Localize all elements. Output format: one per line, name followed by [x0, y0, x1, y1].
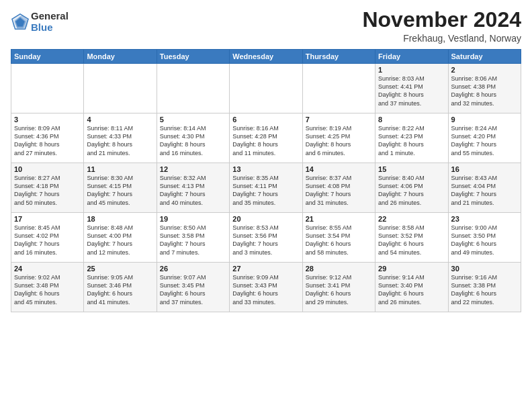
logo-general-text: General — [31, 11, 69, 22]
logo-text: General Blue — [31, 11, 69, 33]
day-number: 30 — [451, 265, 518, 273]
calendar-cell: 3Sunrise: 8:09 AM Sunset: 4:36 PM Daylig… — [11, 113, 84, 163]
calendar-cell: 12Sunrise: 8:32 AM Sunset: 4:13 PM Dayli… — [157, 163, 229, 213]
day-number: 21 — [306, 215, 372, 223]
day-info: Sunrise: 8:48 AM Sunset: 4:00 PM Dayligh… — [87, 224, 153, 257]
calendar-week-4: 17Sunrise: 8:45 AM Sunset: 4:02 PM Dayli… — [11, 213, 521, 263]
day-info: Sunrise: 9:09 AM Sunset: 3:43 PM Dayligh… — [232, 273, 299, 306]
col-thursday: Thursday — [302, 50, 375, 64]
calendar-cell: 14Sunrise: 8:37 AM Sunset: 4:08 PM Dayli… — [302, 163, 375, 213]
day-info: Sunrise: 9:12 AM Sunset: 3:41 PM Dayligh… — [306, 273, 372, 306]
day-info: Sunrise: 9:00 AM Sunset: 3:50 PM Dayligh… — [451, 224, 518, 257]
day-info: Sunrise: 8:35 AM Sunset: 4:11 PM Dayligh… — [232, 174, 299, 207]
calendar-week-5: 24Sunrise: 9:02 AM Sunset: 3:48 PM Dayli… — [11, 263, 521, 312]
calendar-table: Sunday Monday Tuesday Wednesday Thursday… — [11, 49, 521, 312]
calendar-cell: 15Sunrise: 8:40 AM Sunset: 4:06 PM Dayli… — [375, 163, 448, 213]
day-info: Sunrise: 8:50 AM Sunset: 3:58 PM Dayligh… — [160, 224, 226, 257]
col-friday: Friday — [375, 50, 448, 64]
calendar-cell: 20Sunrise: 8:53 AM Sunset: 3:56 PM Dayli… — [230, 213, 302, 263]
calendar-cell — [302, 64, 375, 113]
day-info: Sunrise: 8:22 AM Sunset: 4:23 PM Dayligh… — [378, 124, 445, 157]
col-saturday: Saturday — [448, 50, 521, 64]
calendar-cell: 28Sunrise: 9:12 AM Sunset: 3:41 PM Dayli… — [302, 263, 375, 312]
day-number: 19 — [160, 215, 226, 223]
day-info: Sunrise: 9:02 AM Sunset: 3:48 PM Dayligh… — [14, 273, 81, 306]
day-number: 1 — [378, 66, 445, 74]
day-number: 14 — [306, 165, 372, 173]
day-number: 18 — [87, 215, 153, 223]
day-number: 7 — [306, 116, 372, 124]
calendar-cell: 30Sunrise: 9:16 AM Sunset: 3:38 PM Dayli… — [448, 263, 521, 312]
day-number: 2 — [451, 66, 518, 74]
calendar-cell: 16Sunrise: 8:43 AM Sunset: 4:04 PM Dayli… — [448, 163, 521, 213]
day-info: Sunrise: 8:24 AM Sunset: 4:20 PM Dayligh… — [451, 124, 518, 157]
calendar-cell: 10Sunrise: 8:27 AM Sunset: 4:18 PM Dayli… — [11, 163, 84, 213]
day-number: 13 — [232, 165, 299, 173]
day-info: Sunrise: 8:03 AM Sunset: 4:41 PM Dayligh… — [378, 75, 445, 107]
day-info: Sunrise: 8:19 AM Sunset: 4:25 PM Dayligh… — [306, 124, 372, 157]
calendar-cell: 8Sunrise: 8:22 AM Sunset: 4:23 PM Daylig… — [375, 113, 448, 163]
day-number: 28 — [306, 265, 372, 273]
day-info: Sunrise: 9:16 AM Sunset: 3:38 PM Dayligh… — [451, 273, 518, 306]
day-number: 29 — [378, 265, 445, 273]
calendar-page: General Blue November 2024 Frekhaug, Ves… — [0, 0, 532, 411]
calendar-cell — [230, 64, 302, 113]
calendar-cell: 22Sunrise: 8:58 AM Sunset: 3:52 PM Dayli… — [375, 213, 448, 263]
day-info: Sunrise: 8:14 AM Sunset: 4:30 PM Dayligh… — [160, 124, 226, 157]
day-number: 23 — [451, 215, 518, 223]
day-info: Sunrise: 8:30 AM Sunset: 4:15 PM Dayligh… — [87, 174, 153, 207]
day-info: Sunrise: 8:32 AM Sunset: 4:13 PM Dayligh… — [160, 174, 226, 207]
day-info: Sunrise: 8:43 AM Sunset: 4:04 PM Dayligh… — [451, 174, 518, 207]
logo-icon — [11, 13, 30, 32]
calendar-cell — [11, 64, 84, 113]
calendar-cell: 6Sunrise: 8:16 AM Sunset: 4:28 PM Daylig… — [230, 113, 302, 163]
calendar-body: 1Sunrise: 8:03 AM Sunset: 4:41 PM Daylig… — [11, 64, 521, 312]
calendar-cell: 25Sunrise: 9:05 AM Sunset: 3:46 PM Dayli… — [84, 263, 157, 312]
day-info: Sunrise: 8:06 AM Sunset: 4:38 PM Dayligh… — [451, 75, 518, 107]
day-number: 10 — [14, 165, 81, 173]
day-info: Sunrise: 8:53 AM Sunset: 3:56 PM Dayligh… — [232, 224, 299, 257]
col-wednesday: Wednesday — [230, 50, 302, 64]
day-info: Sunrise: 8:45 AM Sunset: 4:02 PM Dayligh… — [14, 224, 81, 257]
calendar-cell — [157, 64, 229, 113]
day-info: Sunrise: 8:09 AM Sunset: 4:36 PM Dayligh… — [14, 124, 81, 157]
day-number: 24 — [14, 265, 81, 273]
day-number: 5 — [160, 116, 226, 124]
calendar-cell: 4Sunrise: 8:11 AM Sunset: 4:33 PM Daylig… — [84, 113, 157, 163]
day-number: 16 — [451, 165, 518, 173]
day-info: Sunrise: 9:14 AM Sunset: 3:40 PM Dayligh… — [378, 273, 445, 306]
col-tuesday: Tuesday — [157, 50, 229, 64]
calendar-cell — [84, 64, 157, 113]
calendar-cell: 9Sunrise: 8:24 AM Sunset: 4:20 PM Daylig… — [448, 113, 521, 163]
calendar-cell: 19Sunrise: 8:50 AM Sunset: 3:58 PM Dayli… — [157, 213, 229, 263]
day-info: Sunrise: 8:40 AM Sunset: 4:06 PM Dayligh… — [378, 174, 445, 207]
calendar-cell: 18Sunrise: 8:48 AM Sunset: 4:00 PM Dayli… — [84, 213, 157, 263]
calendar-cell: 13Sunrise: 8:35 AM Sunset: 4:11 PM Dayli… — [230, 163, 302, 213]
day-info: Sunrise: 9:07 AM Sunset: 3:45 PM Dayligh… — [160, 273, 226, 306]
calendar-cell: 29Sunrise: 9:14 AM Sunset: 3:40 PM Dayli… — [375, 263, 448, 312]
calendar-cell: 11Sunrise: 8:30 AM Sunset: 4:15 PM Dayli… — [84, 163, 157, 213]
calendar-cell: 27Sunrise: 9:09 AM Sunset: 3:43 PM Dayli… — [230, 263, 302, 312]
day-info: Sunrise: 8:37 AM Sunset: 4:08 PM Dayligh… — [306, 174, 372, 207]
day-number: 20 — [232, 215, 299, 223]
day-number: 22 — [378, 215, 445, 223]
logo-blue-text: Blue — [31, 22, 69, 34]
day-number: 25 — [87, 265, 153, 273]
calendar-cell: 1Sunrise: 8:03 AM Sunset: 4:41 PM Daylig… — [375, 64, 448, 113]
day-number: 17 — [14, 215, 81, 223]
day-info: Sunrise: 8:16 AM Sunset: 4:28 PM Dayligh… — [232, 124, 299, 157]
col-sunday: Sunday — [11, 50, 84, 64]
day-number: 6 — [232, 116, 299, 124]
calendar-week-2: 3Sunrise: 8:09 AM Sunset: 4:36 PM Daylig… — [11, 113, 521, 163]
calendar-subtitle: Frekhaug, Vestland, Norway — [362, 33, 521, 44]
day-number: 4 — [87, 116, 153, 124]
day-number: 26 — [160, 265, 226, 273]
day-number: 8 — [378, 116, 445, 124]
title-block: November 2024 Frekhaug, Vestland, Norway — [362, 8, 521, 44]
day-number: 11 — [87, 165, 153, 173]
calendar-cell: 23Sunrise: 9:00 AM Sunset: 3:50 PM Dayli… — [448, 213, 521, 263]
calendar-cell: 17Sunrise: 8:45 AM Sunset: 4:02 PM Dayli… — [11, 213, 84, 263]
day-info: Sunrise: 9:05 AM Sunset: 3:46 PM Dayligh… — [87, 273, 153, 306]
day-number: 9 — [451, 116, 518, 124]
calendar-cell: 7Sunrise: 8:19 AM Sunset: 4:25 PM Daylig… — [302, 113, 375, 163]
